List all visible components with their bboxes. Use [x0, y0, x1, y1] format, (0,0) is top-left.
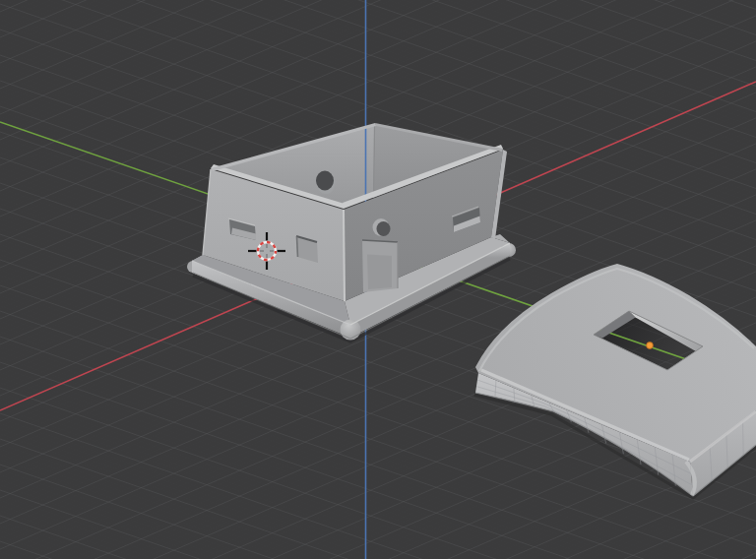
- blender-3d-viewport[interactable]: [0, 0, 756, 559]
- box-front-corner-edge: [344, 210, 345, 301]
- box-pocket-right-face: [362, 240, 398, 292]
- origin-point[interactable]: [647, 342, 654, 349]
